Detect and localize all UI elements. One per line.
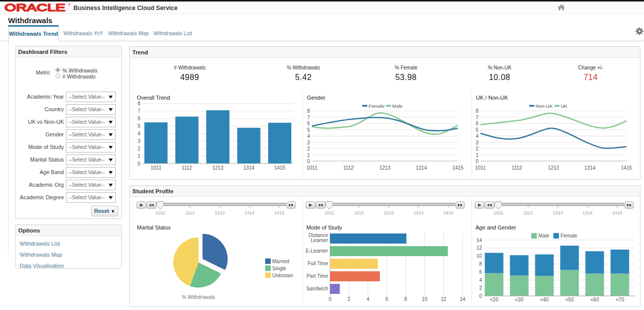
- svg-text:12: 12: [476, 245, 482, 251]
- svg-text:<20: <20: [490, 297, 499, 302]
- svg-text:1: 1: [307, 152, 310, 158]
- svg-text:E-Learner: E-Learner: [306, 248, 329, 254]
- svg-text:<70: <70: [616, 297, 624, 302]
- svg-text:4: 4: [307, 133, 310, 139]
- svg-text:Male: Male: [538, 233, 549, 239]
- svg-text:UK / Non-UK: UK / Non-UK: [476, 95, 508, 101]
- svg-text:Learner: Learner: [311, 238, 329, 243]
- svg-text:5: 5: [307, 127, 310, 133]
- svg-text:8: 8: [405, 296, 408, 302]
- svg-text:<30: <30: [515, 297, 524, 302]
- svg-text:8: 8: [479, 261, 482, 267]
- svg-text:0: 0: [329, 296, 332, 302]
- svg-text:6: 6: [385, 296, 388, 302]
- svg-text:6: 6: [475, 121, 478, 126]
- svg-text:4: 4: [366, 296, 369, 302]
- svg-text:8: 8: [307, 108, 310, 114]
- svg-text:1314: 1314: [584, 165, 596, 171]
- svg-text:Married: Married: [272, 259, 289, 264]
- svg-text:12: 12: [441, 296, 447, 302]
- svg-text:2: 2: [307, 146, 310, 151]
- svg-text:0: 0: [479, 293, 482, 299]
- svg-text:1415: 1415: [274, 165, 286, 171]
- svg-text:4: 4: [475, 133, 478, 139]
- svg-text:7: 7: [307, 115, 310, 120]
- svg-text:4: 4: [479, 277, 482, 283]
- svg-text:7: 7: [475, 115, 478, 120]
- svg-text:8: 8: [137, 101, 140, 106]
- svg-text:5: 5: [137, 123, 140, 129]
- svg-text:<60: <60: [591, 297, 599, 302]
- svg-text:7: 7: [137, 108, 140, 114]
- svg-text:Age and Gender: Age and Gender: [475, 224, 516, 230]
- svg-text:1112: 1112: [182, 165, 192, 171]
- svg-text:<40: <40: [540, 297, 549, 302]
- svg-text:1011: 1011: [150, 165, 162, 171]
- svg-text:ORACLE: ORACLE: [5, 2, 65, 13]
- svg-text:2: 2: [479, 285, 482, 291]
- svg-text:0: 0: [137, 161, 140, 167]
- svg-text:1213: 1213: [212, 165, 224, 171]
- svg-text:Female: Female: [369, 103, 385, 109]
- svg-text:8: 8: [475, 108, 478, 114]
- svg-text:Mode of Study: Mode of Study: [306, 224, 342, 230]
- svg-text:Unknown: Unknown: [272, 273, 293, 278]
- svg-text:0: 0: [307, 159, 310, 164]
- svg-text:Business Intelligence Cloud Se: Business Intelligence Cloud Service: [73, 4, 178, 12]
- svg-text:10: 10: [476, 253, 482, 259]
- svg-text:2: 2: [348, 296, 351, 302]
- svg-text:3: 3: [137, 138, 140, 144]
- svg-text:% Withdrawals: % Withdrawals: [182, 294, 215, 300]
- svg-text:Full Time: Full Time: [307, 261, 328, 266]
- svg-text:6: 6: [479, 269, 482, 275]
- svg-text:2: 2: [137, 146, 140, 151]
- svg-text:1011: 1011: [306, 165, 317, 171]
- svg-text:3: 3: [307, 140, 310, 145]
- svg-text:4: 4: [137, 131, 140, 136]
- svg-text:1213: 1213: [548, 165, 559, 171]
- svg-text:0: 0: [475, 159, 478, 164]
- svg-text:1: 1: [475, 152, 478, 158]
- svg-text:Gender: Gender: [307, 95, 326, 101]
- svg-text:1314: 1314: [243, 165, 255, 171]
- svg-text:®: ®: [68, 3, 71, 7]
- svg-text:1314: 1314: [416, 165, 427, 171]
- svg-text:Marital Status: Marital Status: [137, 224, 171, 230]
- svg-text:1: 1: [137, 153, 140, 159]
- svg-text:Male: Male: [392, 103, 403, 109]
- svg-text:Overall Trend: Overall Trend: [137, 95, 170, 101]
- svg-text:10: 10: [422, 296, 428, 302]
- svg-text:Single: Single: [272, 266, 286, 271]
- svg-text:1415: 1415: [452, 165, 464, 171]
- svg-text:2: 2: [475, 146, 478, 151]
- svg-text:1011: 1011: [475, 165, 486, 171]
- svg-text:Sandwich: Sandwich: [306, 286, 328, 291]
- svg-text:<50: <50: [566, 297, 574, 302]
- svg-text:5: 5: [475, 127, 478, 133]
- svg-text:Non-UK: Non-UK: [536, 103, 553, 109]
- svg-text:1112: 1112: [343, 165, 354, 171]
- svg-text:1415: 1415: [621, 165, 632, 171]
- svg-text:1112: 1112: [512, 165, 522, 171]
- svg-text:UK: UK: [561, 103, 568, 109]
- svg-text:Female: Female: [560, 233, 578, 239]
- svg-text:3: 3: [475, 140, 478, 145]
- svg-text:Part Time: Part Time: [306, 273, 328, 279]
- svg-text:6: 6: [137, 116, 140, 121]
- svg-text:6: 6: [307, 121, 310, 126]
- svg-text:14: 14: [460, 296, 466, 302]
- svg-text:1213: 1213: [379, 165, 391, 171]
- svg-text:14: 14: [476, 238, 482, 243]
